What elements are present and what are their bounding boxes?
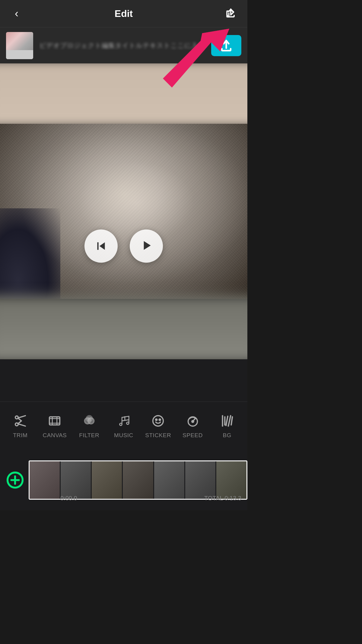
timeline-frame bbox=[154, 461, 184, 499]
back-icon: ‹ bbox=[15, 7, 18, 20]
toolbar-item-speed[interactable]: SPEED bbox=[175, 410, 210, 442]
svg-line-29 bbox=[231, 417, 232, 425]
sticker-label: STICKER bbox=[145, 432, 171, 439]
canvas-icon bbox=[47, 413, 62, 428]
share-icon bbox=[225, 7, 237, 20]
editing-toolbar: TRIM CANVAS FILTER bbox=[0, 402, 247, 450]
svg-point-21 bbox=[156, 419, 157, 420]
video-preview-area bbox=[0, 63, 247, 359]
add-clip-button[interactable] bbox=[3, 468, 27, 492]
svg-point-20 bbox=[153, 415, 164, 426]
timeline-frame bbox=[185, 461, 215, 499]
toolbar-item-sticker[interactable]: STICKER bbox=[141, 410, 175, 442]
svg-line-9 bbox=[18, 418, 21, 421]
skip-back-icon bbox=[94, 239, 109, 254]
video-main-frame[interactable] bbox=[0, 124, 247, 299]
skip-back-button[interactable] bbox=[84, 229, 118, 263]
timeline-frame bbox=[123, 461, 153, 499]
svg-line-28 bbox=[228, 415, 231, 426]
share-button[interactable] bbox=[223, 6, 238, 21]
svg-rect-11 bbox=[49, 417, 60, 425]
speed-icon bbox=[185, 413, 200, 428]
toolbar-item-bg[interactable]: BG bbox=[210, 410, 244, 442]
filter-icon bbox=[82, 413, 97, 428]
timeline-frame bbox=[92, 461, 122, 499]
plus-icon bbox=[6, 471, 24, 489]
back-button[interactable]: ‹ bbox=[9, 6, 24, 21]
filter-label: FILTER bbox=[79, 432, 99, 439]
sticker-icon bbox=[151, 413, 166, 428]
timeline-frame bbox=[216, 461, 246, 499]
toolbar-item-trim[interactable]: TRIM bbox=[3, 410, 37, 442]
speed-label: SPEED bbox=[183, 432, 203, 439]
timeline-frame bbox=[61, 461, 91, 499]
svg-line-8 bbox=[18, 424, 25, 426]
toolbar-item-canvas[interactable]: CANVAS bbox=[37, 410, 72, 442]
trim-icon bbox=[13, 413, 28, 428]
project-info-bar: ビデオプロジェクト編集タイトルテキストここに入ります bbox=[0, 27, 247, 63]
timeline-track[interactable] bbox=[29, 460, 247, 500]
play-button[interactable] bbox=[130, 229, 163, 263]
export-icon bbox=[219, 38, 234, 53]
svg-line-10 bbox=[18, 421, 21, 424]
cat-video-background bbox=[0, 124, 247, 299]
timeline-total-time: TOTAL 0:13.3 bbox=[204, 495, 241, 502]
trim-label: TRIM bbox=[13, 432, 27, 439]
page-title: Edit bbox=[115, 8, 133, 19]
project-title: ビデオプロジェクト編集タイトルテキストここに入ります bbox=[39, 42, 205, 49]
svg-line-27 bbox=[226, 416, 228, 425]
svg-line-7 bbox=[18, 415, 25, 418]
dark-spacer bbox=[0, 359, 247, 402]
export-button[interactable] bbox=[211, 35, 241, 56]
video-top-blur-region bbox=[0, 63, 247, 127]
playback-controls bbox=[84, 229, 163, 263]
svg-point-18 bbox=[86, 415, 92, 421]
svg-point-24 bbox=[192, 421, 194, 422]
project-text-info: ビデオプロジェクト編集タイトルテキストここに入ります bbox=[39, 41, 205, 50]
bg-label: BG bbox=[223, 432, 231, 439]
svg-point-22 bbox=[159, 419, 161, 420]
cat-light-region bbox=[0, 124, 247, 299]
video-bottom-blur-region bbox=[0, 296, 247, 359]
canvas-label: CANVAS bbox=[43, 432, 67, 439]
app-header: ‹ Edit bbox=[0, 0, 247, 27]
play-icon bbox=[139, 238, 154, 254]
timeline-start-time: 0:00.0 bbox=[60, 495, 77, 502]
toolbar-item-music[interactable]: MUSIC bbox=[106, 410, 141, 442]
toolbar-item-filter[interactable]: FILTER bbox=[72, 410, 106, 442]
timeline-area: 0:00.0 TOTAL 0:13.3 bbox=[0, 450, 247, 510]
timeline-frame bbox=[30, 461, 60, 499]
bg-icon bbox=[220, 413, 235, 428]
music-icon bbox=[116, 413, 131, 428]
music-label: MUSIC bbox=[114, 432, 133, 439]
project-thumbnail[interactable] bbox=[6, 32, 33, 59]
